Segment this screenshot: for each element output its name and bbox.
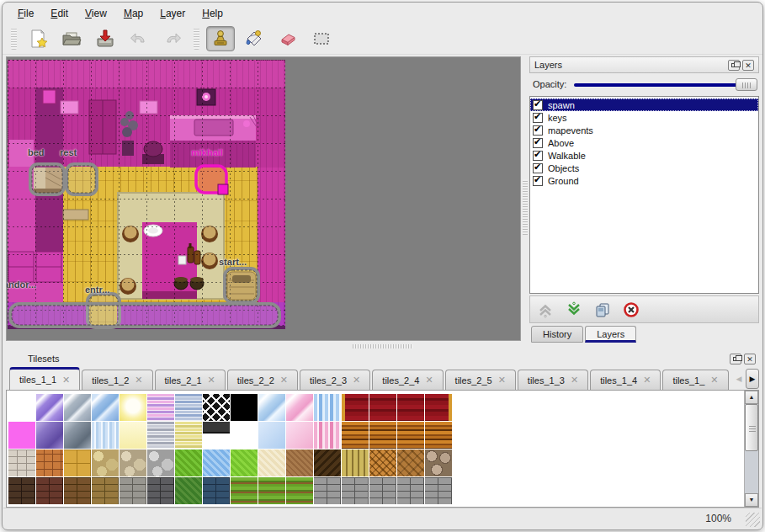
toolbar-separator[interactable] (194, 28, 199, 50)
layer-row-mapevents[interactable]: ✔mapevents (530, 124, 758, 136)
scrollbar-trough[interactable] (745, 451, 758, 493)
tileset-tile-glass-purple-dark[interactable] (36, 422, 63, 449)
close-tab-icon[interactable]: ✕ (643, 375, 651, 386)
tileset-tile-black[interactable] (231, 394, 258, 421)
close-tab-icon[interactable]: ✕ (571, 375, 578, 386)
tileset-tile-cobble-tan[interactable] (92, 450, 119, 476)
close-tab-icon[interactable]: ✕ (62, 375, 70, 386)
tileset-tile-curtain-pink[interactable] (314, 422, 341, 449)
tileset-tile-wood-planks[interactable] (397, 422, 424, 449)
layer-visibility-checkbox[interactable]: ✔ (533, 163, 543, 173)
tileset-tile-carpet-red[interactable] (397, 394, 424, 421)
scroll-tabs-left-button[interactable]: ◀ (732, 369, 746, 389)
tileset-tile-stripes-gray[interactable] (147, 422, 174, 449)
close-tab-icon[interactable]: ✕ (425, 375, 433, 386)
tileset-tile-glass-gray[interactable] (64, 394, 91, 421)
vertical-splitter[interactable] (521, 55, 529, 343)
tileset-tile-brick-brown[interactable] (64, 477, 91, 504)
eraser-button[interactable] (274, 26, 302, 51)
layer-row-Ground[interactable]: ✔Ground (530, 174, 758, 187)
layer-visibility-checkbox[interactable]: ✔ (533, 113, 543, 123)
layer-visibility-checkbox[interactable]: ✔ (533, 100, 543, 110)
menu-edit[interactable]: Edit (42, 4, 77, 23)
redo-button[interactable] (158, 26, 187, 51)
tileset-tile-cobble-gray[interactable] (147, 450, 174, 476)
tileset-tile-carpet-red-right[interactable] (425, 394, 452, 421)
tileset-tile-wood-planks[interactable] (369, 422, 396, 449)
tileset-tile-water-shimmer[interactable] (92, 422, 119, 449)
float-panel-button[interactable] (728, 60, 740, 71)
tileset-tile-grass-rows[interactable] (231, 477, 258, 504)
tileset-tile-wood-planks[interactable] (342, 422, 369, 449)
tileset-tile-shingles-dark[interactable] (314, 450, 341, 476)
tileset-tab-tiles_1_[interactable]: tiles_1_✕ (662, 370, 728, 390)
tileset-tile-glass-gray-dark[interactable] (64, 422, 91, 449)
scroll-down-button[interactable]: ▼ (745, 493, 758, 507)
tileset-tile-white[interactable] (231, 422, 258, 449)
tileset-tab-tiles_2_1[interactable]: tiles_2_1✕ (155, 370, 226, 390)
tileset-tile-stone-gray[interactable] (8, 450, 35, 476)
raise-layer-button[interactable] (537, 301, 554, 318)
layer-row-keys[interactable]: ✔keys (530, 111, 758, 124)
lower-layer-button[interactable] (566, 301, 582, 318)
resize-grip[interactable] (746, 513, 760, 527)
menu-help[interactable]: Help (194, 4, 231, 23)
tileset-tile-water[interactable] (203, 450, 230, 476)
scroll-tabs-right-button[interactable]: ▶ (746, 369, 759, 389)
tileset-tile-grass-bright[interactable] (231, 450, 258, 476)
tileset-tile-glass-pink-pale[interactable] (286, 422, 313, 449)
tileset-tile-brick-gray[interactable] (342, 477, 369, 504)
tileset-tile-glass-purple[interactable] (36, 394, 63, 421)
close-tab-icon[interactable]: ✕ (710, 375, 718, 386)
tileset-tile-sand[interactable] (258, 450, 285, 476)
tileset-tab-tiles_1_3[interactable]: tiles_1_3✕ (518, 370, 588, 390)
opacity-slider[interactable] (574, 78, 757, 91)
layer-row-Above[interactable]: ✔Above (530, 136, 758, 149)
open-map-button[interactable] (57, 26, 86, 51)
tileset-tile-curtain-blue[interactable] (314, 394, 341, 421)
tileset-tile-brick-darkbrown[interactable] (8, 477, 35, 504)
tileset-tile-herringbone[interactable] (397, 450, 424, 476)
tileset-tile-brick-gray[interactable] (369, 477, 396, 504)
tileset-tile-glass-blue[interactable] (92, 394, 119, 421)
tileset-tile-wood-planks[interactable] (425, 422, 452, 449)
tileset-tile-glass-pink[interactable] (286, 394, 313, 421)
layer-visibility-checkbox[interactable]: ✔ (533, 125, 543, 136)
close-tab-icon[interactable]: ✕ (135, 375, 142, 386)
tileset-tile-logs[interactable] (425, 450, 452, 476)
tileset-scrollbar[interactable]: ▲ ▼ (744, 391, 758, 507)
tileset-tab-tiles_1_2[interactable]: tiles_1_2✕ (82, 370, 152, 390)
new-map-button[interactable] (24, 26, 52, 51)
tileset-tile-glass-blue-light[interactable] (258, 394, 285, 421)
tileset-tile-cobble-beige[interactable] (120, 450, 146, 476)
tileset-tile-glass-blue-pale[interactable] (258, 422, 285, 449)
tileset-tile-grass[interactable] (175, 450, 202, 476)
tileset-tile-brick-redbrown[interactable] (36, 477, 63, 504)
rect-select-button[interactable] (307, 26, 336, 51)
tileset-tab-tiles_2_5[interactable]: tiles_2_5✕ (445, 370, 516, 390)
horizontal-splitter[interactable] (3, 343, 762, 350)
close-panel-button[interactable]: ✕ (744, 354, 756, 364)
tileset-tile-brick-gray[interactable] (314, 477, 341, 504)
undo-button[interactable] (125, 26, 153, 51)
opacity-slider-handle[interactable] (736, 78, 757, 91)
close-tab-icon[interactable]: ✕ (498, 375, 506, 386)
tileset-tile-dirt[interactable] (286, 450, 313, 476)
tileset-tile-stripes-yellow[interactable] (175, 422, 202, 449)
tileset-tile-bamboo[interactable] (342, 450, 369, 476)
dock-tab-layers[interactable]: Layers (585, 326, 636, 343)
menu-layer[interactable]: Layer (151, 4, 194, 23)
layer-visibility-checkbox[interactable]: ✔ (533, 138, 543, 148)
tileset-tile-brick-gray[interactable] (397, 477, 424, 504)
tileset-tab-tiles_2_2[interactable]: tiles_2_2✕ (227, 370, 298, 390)
layer-visibility-checkbox[interactable]: ✔ (533, 151, 543, 161)
scrollbar-thumb[interactable] (745, 404, 758, 451)
tileset-tile-brick-darkgray[interactable] (147, 477, 174, 504)
tileset-tab-tiles_1_1[interactable]: tiles_1_1✕ (9, 367, 80, 390)
layer-row-Objects[interactable]: ✔Objects (530, 162, 758, 174)
delete-layer-button[interactable] (623, 301, 640, 318)
tileset-tile-pink-solid[interactable] (8, 422, 35, 449)
layer-row-spawn[interactable]: ✔spawn (530, 98, 758, 111)
tileset-tile-glow-yellow[interactable] (120, 394, 146, 421)
layer-visibility-checkbox[interactable]: ✔ (533, 176, 543, 186)
